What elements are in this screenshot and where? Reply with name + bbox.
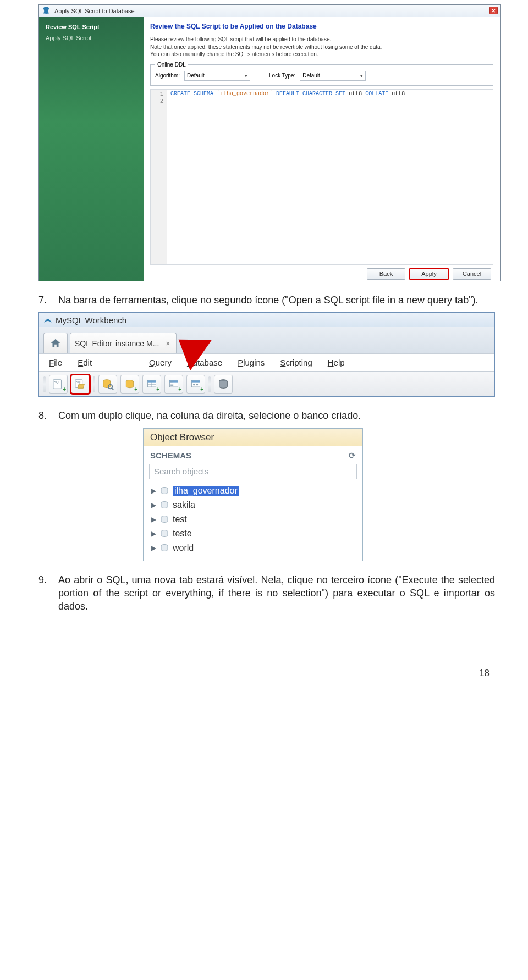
schema-item[interactable]: ▶ sakila [151, 498, 362, 512]
view-icon [168, 379, 179, 390]
plus-icon: + [134, 386, 138, 392]
new-table-button[interactable]: + [142, 375, 161, 394]
doc-step-7: 7. Na barra de ferramentas, clique no se… [38, 294, 495, 307]
schemas-header: SCHEMAS ⟳ [144, 446, 362, 462]
dialog-desc: Please review the following SQL script t… [150, 36, 493, 58]
tab-close-icon[interactable]: × [166, 339, 170, 348]
plus-icon: + [63, 386, 66, 392]
inspector-button[interactable] [98, 375, 117, 394]
sql-editor[interactable]: 1 2 CREATE SCHEMA `ilha_governador` DEFA… [150, 89, 493, 265]
new-schema-icon [124, 379, 135, 390]
toolbar-separator [208, 376, 211, 392]
apply-button[interactable]: Apply [410, 268, 448, 280]
wizard-sidebar: Review SQL Script Apply SQL Script [39, 17, 144, 281]
database-icon [160, 529, 169, 538]
toolbar-separator [43, 376, 46, 392]
chevron-down-icon: ▾ [360, 73, 363, 79]
back-button[interactable]: Back [367, 268, 405, 280]
dialog-titlebar[interactable]: Apply SQL Script to Database ✕ [39, 5, 500, 17]
schema-item[interactable]: ▶ test [151, 512, 362, 527]
schema-item[interactable]: ▶ world [151, 541, 362, 555]
workbench-window: MySQL Workbench SQL Editor instance M...… [38, 312, 495, 397]
schema-item[interactable]: ▶ teste [151, 527, 362, 541]
menu-database[interactable]: Database [187, 358, 222, 367]
svg-point-18 [196, 384, 198, 385]
doc-step-9: 9. Ao abrir o SQL, uma nova tab estará v… [38, 573, 495, 613]
page-number: 18 [0, 668, 528, 690]
plus-icon: + [178, 386, 182, 392]
object-browser-panel: Object Browser SCHEMAS ⟳ Search objects … [143, 428, 363, 561]
table-icon [146, 379, 157, 390]
workbench-menubar: File Edit Query Database Plugins Scripti… [39, 353, 494, 371]
menu-plugins[interactable]: Plugins [238, 358, 265, 367]
menu-edit[interactable]: Edit [78, 358, 92, 367]
home-icon [50, 337, 62, 350]
expand-icon[interactable]: ▶ [151, 487, 156, 495]
routine-icon [190, 379, 201, 390]
database-icon [160, 501, 169, 510]
apply-sql-dialog: Apply SQL Script to Database ✕ Review SQ… [38, 4, 501, 281]
ddl-legend: Online DDL [155, 62, 188, 68]
database-icon [160, 515, 169, 524]
algorithm-label: Algorithm: [155, 73, 180, 79]
new-routine-button[interactable]: + [186, 375, 205, 394]
svg-point-17 [193, 384, 195, 385]
chevron-down-icon: ▾ [245, 73, 248, 79]
sql-editor-tab[interactable]: SQL Editor instance M... × [70, 333, 177, 353]
menu-query[interactable]: Query [149, 358, 172, 367]
expand-icon[interactable]: ▶ [151, 516, 156, 523]
folder-sql-icon: SQL [74, 379, 86, 390]
menu-scripting[interactable]: Scripting [280, 358, 312, 367]
svg-rect-16 [192, 380, 200, 382]
svg-rect-12 [148, 380, 156, 382]
doc-step-8: 8. Com um duplo clique, na coluna da dir… [38, 409, 495, 422]
schema-item[interactable]: ▶ ilha_governador [151, 484, 362, 498]
algorithm-dropdown[interactable]: Default▾ [184, 71, 250, 81]
menu-file[interactable]: File [49, 358, 62, 367]
workbench-titlebar[interactable]: MySQL Workbench [39, 313, 494, 327]
locktype-dropdown[interactable]: Default▾ [300, 71, 366, 81]
svg-line-6 [112, 388, 113, 390]
dialog-heading: Review the SQL Script to be Applied on t… [150, 23, 493, 30]
refresh-icon[interactable]: ⟳ [349, 451, 356, 461]
wizard-step-apply[interactable]: Apply SQL Script [45, 32, 138, 43]
server-admin-button[interactable] [214, 375, 233, 394]
toolbar-separator [93, 376, 95, 392]
sql-code[interactable]: CREATE SCHEMA `ilha_governador` DEFAULT … [167, 90, 407, 264]
cancel-button[interactable]: Cancel [453, 268, 491, 280]
expand-icon[interactable]: ▶ [151, 501, 156, 509]
object-browser-title: Object Browser [144, 429, 362, 446]
dialog-title: Apply SQL Script to Database [54, 8, 135, 14]
svg-text:SQL: SQL [54, 380, 61, 384]
open-sql-script-button[interactable]: SQL [71, 375, 90, 394]
database-icon [160, 544, 169, 552]
server-icon [217, 378, 229, 390]
locktype-label: Lock Type: [269, 73, 295, 79]
plus-icon: + [156, 386, 160, 392]
workbench-toolbar: SQL + SQL + + + [39, 371, 494, 396]
database-icon [160, 486, 169, 495]
new-view-button[interactable]: + [164, 375, 183, 394]
menu-help[interactable]: Help [328, 358, 345, 367]
expand-icon[interactable]: ▶ [151, 544, 156, 552]
wizard-step-review[interactable]: Review SQL Script [45, 21, 138, 32]
schema-search-input[interactable]: Search objects [149, 464, 357, 479]
home-tab[interactable] [43, 333, 68, 353]
new-schema-button[interactable]: + [120, 375, 139, 394]
plus-icon: + [200, 386, 204, 392]
mysql-icon [43, 315, 52, 324]
db-inspect-icon [102, 378, 114, 390]
online-ddl-group: Online DDL Algorithm: Default▾ Lock Type… [150, 62, 493, 86]
schema-list: ▶ ilha_governador ▶ sakila ▶ test ▶ test… [144, 483, 362, 561]
workbench-tabs: SQL Editor instance M... × [39, 327, 494, 353]
expand-icon[interactable]: ▶ [151, 530, 156, 538]
new-sql-tab-button[interactable]: SQL + [49, 375, 68, 394]
close-icon[interactable]: ✕ [489, 7, 498, 14]
line-gutter: 1 2 [151, 90, 167, 264]
svg-text:SQL: SQL [76, 381, 82, 384]
mysql-icon [42, 7, 50, 14]
